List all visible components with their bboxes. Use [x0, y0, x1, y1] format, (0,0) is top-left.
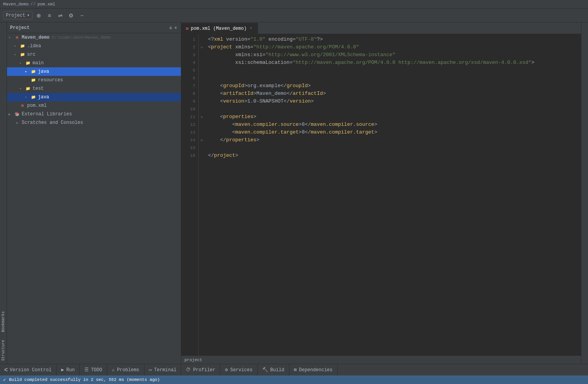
folder-java-main-icon: 📁 — [30, 69, 36, 75]
tree-item-ext-libs[interactable]: ▶ 📚 External Libraries — [7, 110, 181, 118]
fold-gutter: ⊖ ⊖ ⊟ — [199, 34, 205, 355]
title-project: Maven_demo — [3, 2, 29, 7]
folder-main-icon: 📁 — [25, 60, 31, 66]
java-main-label: java — [38, 69, 49, 74]
build-icon: 🔨 — [262, 367, 268, 373]
code-editor[interactable]: <?xml version="1.0" encoding="UTF-8"?> <… — [205, 34, 581, 355]
project-panel: Project ≡ × ▾ m Maven_demo D:\Code\JAVA\… — [7, 22, 181, 364]
project-dropdown-label: Project — [6, 13, 25, 18]
todo-icon: ☰ — [84, 367, 89, 373]
far-left-strip: Bookmarks Structure — [0, 22, 7, 364]
panel-collapse-btn[interactable]: ≡ — [168, 24, 173, 31]
code-line-7: <groupId>org.example</groupId> — [208, 82, 581, 90]
line-num-5: 5 — [181, 67, 195, 74]
fold-13 — [199, 129, 205, 136]
code-line-6 — [208, 74, 581, 82]
main-content: Bookmarks Structure Project ≡ × ▾ m Mave… — [0, 22, 588, 364]
bottom-tab-profiler[interactable]: ⏱ Profiler — [181, 364, 220, 376]
fold-3 — [199, 51, 205, 59]
bottom-tab-todo[interactable]: ☰ TODO — [80, 364, 107, 376]
maven-root-label: Maven_demo — [22, 35, 50, 40]
version-control-icon: ⑆ — [5, 367, 7, 373]
arrow-test: ▾ — [19, 87, 25, 91]
project-panel-title: Project — [10, 25, 29, 31]
bottom-tab-build[interactable]: 🔨 Build — [258, 364, 289, 376]
run-icon: ▶ — [61, 367, 64, 373]
tree-item-maven-root[interactable]: ▾ m Maven_demo D:\Code\JAVA\Maven_demo — [7, 33, 181, 42]
editor-status-bar: project — [181, 355, 581, 364]
tree-item-main[interactable]: ▾ 📁 main — [7, 59, 181, 67]
tree-item-scratches[interactable]: ✏️ Scratches and Consoles — [7, 118, 181, 127]
tab-close-btn[interactable]: × — [249, 26, 253, 31]
terminal-icon: ▭ — [149, 367, 152, 373]
code-line-8: <artifactId>Maven_demo</artifactId> — [208, 90, 581, 98]
fold-14[interactable]: ⊟ — [199, 136, 205, 144]
toolbar-btn-collapse[interactable]: ⇌ — [56, 11, 65, 20]
tree-item-idea[interactable]: ▾ 📁 .idea — [7, 42, 181, 50]
arrow-src: ▾ — [14, 53, 19, 57]
tree-item-src[interactable]: ▾ 📁 src — [7, 50, 181, 59]
maven-root-icon: m — [14, 34, 20, 41]
toolbar-btn-target[interactable]: ⊕ — [34, 11, 43, 20]
line-num-9: 9 — [181, 98, 195, 105]
problems-label: Problems — [117, 367, 139, 373]
code-line-1: <?xml version="1.0" encoding="UTF-8"?> — [208, 36, 581, 43]
code-line-5 — [208, 67, 581, 74]
title-sep: // — [30, 2, 36, 7]
fold-15 — [199, 144, 205, 152]
tab-bar: m pom.xml (Maven_demo) × — [181, 22, 581, 34]
bottom-tab-services[interactable]: ⚙ Services — [220, 364, 258, 376]
dependencies-icon: ⊞ — [294, 367, 297, 373]
title-bar: Maven_demo // pom.xml — [0, 0, 588, 9]
fold-9 — [199, 98, 205, 105]
tree-item-pom[interactable]: m pom.xml — [7, 101, 181, 110]
terminal-label: Terminal — [154, 367, 177, 373]
line-numbers: 1 2 3 4 5 6 7 8 9 10 11 12 13 14 15 16 — [181, 34, 199, 355]
toolbar-btn-settings[interactable]: ⚙ — [67, 11, 76, 20]
toolbar-btn-minimize[interactable]: − — [77, 11, 87, 20]
code-line-3: xmlns:xsi="http://www.w3.org/2001/XMLSch… — [208, 51, 581, 59]
arrow-maven-root: ▾ — [9, 36, 14, 40]
folder-src-icon: 📁 — [19, 51, 26, 58]
status-message: Build completed successfully in 2 sec, 5… — [9, 377, 160, 382]
profiler-icon: ⏱ — [186, 367, 191, 373]
folder-resources-icon: 📁 — [30, 77, 36, 83]
code-line-4: xsi:schemaLocation="http://maven.apache.… — [208, 59, 581, 67]
line-num-14: 14 — [181, 136, 195, 144]
tree-item-java-main[interactable]: ▾ 📁 java — [7, 67, 181, 76]
code-line-14: </properties> — [208, 136, 581, 144]
bottom-tab-problems[interactable]: ⚠ Problems — [107, 364, 144, 376]
structure-label[interactable]: Structure — [1, 340, 5, 361]
toolbar-btn-structure[interactable]: ≡ — [45, 11, 54, 20]
panel-close-btn[interactable]: × — [174, 24, 178, 31]
scratches-icon: ✏️ — [14, 120, 20, 126]
line-num-16: 16 — [181, 152, 195, 159]
bottom-toolbar: ⑆ Version Control ▶ Run ☰ TODO ⚠ Problem… — [0, 364, 588, 375]
line-num-7: 7 — [181, 82, 195, 90]
todo-label: TODO — [91, 367, 102, 373]
editor-status-text: project — [184, 358, 202, 362]
tree-item-test[interactable]: ▾ 📁 test — [7, 84, 181, 93]
bottom-tab-run[interactable]: ▶ Run — [57, 364, 80, 376]
resources-label: resources — [38, 77, 63, 83]
status-bar: ✓ Build completed successfully in 2 sec,… — [0, 375, 588, 384]
editor-tab-pom[interactable]: m pom.xml (Maven_demo) × — [181, 23, 258, 34]
bottom-tab-version-control[interactable]: ⑆ Version Control — [0, 364, 57, 376]
tree-item-java-test[interactable]: ▾ 📁 java — [7, 93, 181, 101]
fold-11[interactable]: ⊖ — [199, 113, 205, 121]
line-num-11: 11 — [181, 113, 195, 121]
folder-test-icon: 📁 — [25, 86, 31, 92]
bookmarks-label[interactable]: Bookmarks — [1, 311, 5, 332]
line-num-1: 1 — [181, 36, 195, 43]
fold-7 — [199, 82, 205, 90]
bottom-tab-terminal[interactable]: ▭ Terminal — [144, 364, 182, 376]
bottom-tab-dependencies[interactable]: ⊞ Dependencies — [289, 364, 338, 376]
maven-root-path: D:\Code\JAVA\Maven_demo — [52, 35, 111, 40]
arrow-java-main: ▾ — [25, 70, 30, 74]
code-line-11: <properties> — [208, 113, 581, 121]
project-dropdown[interactable]: Project ▾ — [3, 11, 33, 19]
fold-2[interactable]: ⊖ — [199, 43, 205, 51]
code-line-15 — [208, 144, 581, 152]
line-num-12: 12 — [181, 121, 195, 129]
tree-item-resources[interactable]: 📁 resources — [7, 76, 181, 84]
